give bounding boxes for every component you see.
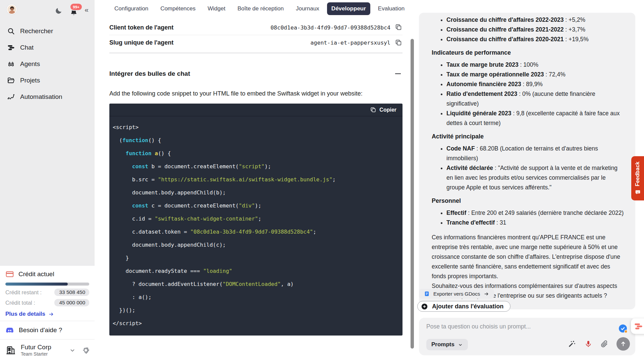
message-list-item: Croissance du chiffre d'affaires 2021-20… (446, 25, 625, 35)
help-label: Besoin d'aide ? (19, 326, 62, 334)
sidebar-item-label: Rechercher (20, 27, 53, 35)
message-list-item: Ratio d'endettement 2023 : 0% (aucune de… (446, 89, 625, 109)
add-to-evaluation-button[interactable]: Ajouter dans l'évaluation (417, 301, 511, 312)
org-switcher[interactable]: Futur Corp Team Starter (0, 340, 95, 362)
sidebar-item-label: Chat (20, 44, 34, 51)
embed-instruction: Add the following code snippet to your H… (109, 90, 402, 97)
message-list-item: Liquidité générale 2023 : 9,8 (excellent… (446, 109, 625, 128)
copy-token-button[interactable] (394, 23, 402, 32)
message-list-item: Activité déclarée : "Activité de support… (446, 163, 625, 192)
agents-icon (7, 60, 15, 68)
export-gdocs-button[interactable]: Exporter vers GDocs (419, 289, 494, 299)
code-line: <script> (113, 121, 399, 134)
code-header: Copier (109, 104, 402, 116)
slug-row: Slug unique de l'agent agent-ia-et-pappe… (109, 35, 402, 50)
message-list-item: Effectif : Entre 200 et 249 salariés (de… (446, 208, 625, 218)
embed-section-title: Intégrer des bulles de chat (109, 70, 190, 77)
paperclip-icon[interactable] (600, 340, 608, 348)
code-line: } (113, 251, 399, 264)
code-snippet-block: Copier <script> (function() { function a… (109, 104, 402, 336)
send-button[interactable] (616, 337, 630, 351)
prompt-input[interactable] (426, 323, 584, 330)
magic-wand-icon[interactable] (568, 340, 576, 348)
message-list: Code NAF : 68.20B (Location de terrains … (432, 144, 625, 192)
message-list-item: Code NAF : 68.20B (Location de terrains … (446, 144, 625, 163)
sidebar-item-label: Projets (20, 77, 40, 84)
microphone-icon[interactable] (584, 340, 592, 348)
message-list-item: Autonomie financière 2023 : 89,9% (446, 79, 625, 89)
chat-icon (7, 44, 15, 52)
collapse-sidebar-button[interactable]: « (83, 6, 91, 14)
sidebar-item-label: Automatisation (20, 93, 62, 101)
sidebar-item-rechercher[interactable]: Rechercher (0, 23, 95, 39)
message-list-item: Taux de marge brute 2023 : 100% (446, 60, 625, 70)
code-line: b.src = "https://static.swiftask.ai/swif… (113, 173, 399, 186)
message-heading: Indicateurs de performance (432, 49, 625, 56)
sidebar-bottom-card: Crédit actuel Crédit restant : 33 508 45… (0, 266, 95, 362)
feedback-smiley-icon (635, 189, 641, 195)
tab-evaluation[interactable]: Evaluation (374, 2, 409, 15)
sidebar-item-projets[interactable]: Projets (0, 72, 95, 88)
sidebar-item-agents[interactable]: Agents (0, 56, 95, 72)
sidebar: 99+ « RechercherChatAgentsProjetsAutomat… (0, 0, 95, 362)
arrow-up-icon (620, 340, 627, 348)
sidebar-item-label: Agents (20, 60, 40, 68)
dark-mode-moon-icon[interactable] (55, 7, 63, 15)
message-heading: Personnel (432, 197, 625, 204)
message-list: Taux de marge brute 2023 : 100%Taux de m… (432, 60, 625, 128)
message-list-item: Croissance du chiffre d'affaires 2020-20… (446, 35, 625, 44)
ai-check-badge-icon[interactable] (618, 324, 628, 334)
client-token-value: 08c0d1ea-3b3d-4fd9-9dd7-09388d528bc4 (270, 24, 390, 31)
code-line: (function() { (113, 134, 399, 147)
code-line: })(); (113, 304, 399, 317)
code-line: c.dataset.token = "08c0d1ea-3b3d-4fd9-9d… (113, 225, 399, 238)
message-list: Effectif : Entre 200 et 249 salariés (de… (432, 208, 625, 228)
slug-value: agent-ia-et-pappersxusyl (311, 40, 390, 46)
message-list-item: Taux de marge opérationnelle 2023 : 72,4… (446, 70, 625, 79)
tab-widget[interactable]: Widget (203, 2, 230, 15)
copy-icon (370, 107, 376, 113)
search-icon (7, 27, 15, 35)
code-line: document.readyState === "loading" (113, 264, 399, 278)
message-list: Croissance du chiffre d'affaires 2022-20… (432, 15, 625, 44)
sidebar-top: 99+ « (0, 0, 95, 21)
code-line: c.id = "swiftask-chat-widget-container"; (113, 212, 399, 225)
slug-label: Slug unique de l'agent (109, 39, 173, 46)
tab-developpeur[interactable]: Développeur (327, 2, 370, 15)
divider (109, 53, 402, 53)
tab-configuration[interactable]: Configuration (110, 2, 153, 15)
gear-icon[interactable] (82, 346, 90, 354)
credit-details-link[interactable]: Plus de details (5, 311, 54, 317)
scrollbar-thumb[interactable] (411, 39, 414, 349)
feedback-tab[interactable]: Feedback (631, 156, 644, 200)
code-body: <script> (function() { function a() { co… (109, 116, 402, 336)
credit-card-icon (5, 270, 14, 279)
code-line: function a() { (113, 147, 399, 160)
sidebar-item-chat[interactable]: Chat (0, 39, 95, 56)
user-avatar[interactable] (7, 4, 17, 14)
tab-journaux[interactable]: Journaux (291, 2, 324, 15)
credit-section: Crédit actuel Crédit restant : 33 508 45… (0, 270, 95, 321)
code-line: const b = document.createElement("script… (113, 160, 399, 173)
arrow-right-icon (48, 311, 54, 317)
credit-remaining-value: 33 508 450 (54, 289, 89, 296)
prompts-dropdown[interactable]: Prompts (426, 339, 468, 350)
automation-icon (7, 93, 15, 101)
message-heading: Activité principale (432, 133, 625, 140)
credit-progress-fill (5, 283, 68, 286)
sidebar-nav: RechercherChatAgentsProjetsAutomatisatio… (0, 23, 95, 105)
credit-remaining-label: Crédit restant : (5, 289, 42, 296)
chevron-down-icon[interactable] (69, 347, 76, 354)
assistant-message: Croissance du chiffre d'affaires 2022-20… (419, 13, 635, 309)
collapse-section-button[interactable] (394, 69, 402, 78)
tab-competences[interactable]: Compétences (156, 2, 200, 15)
copy-code-button[interactable]: Copier (370, 107, 396, 113)
tab-boite-de-reception[interactable]: Boîte de réception (233, 2, 288, 15)
developer-panel: Client token de l'agent 08c0d1ea-3b3d-4f… (95, 17, 410, 362)
message-list-item: Tranche d'effectif : 31 (446, 218, 625, 228)
plus-circle-icon (421, 303, 428, 310)
help-link[interactable]: Besoin d'aide ? (0, 321, 95, 339)
sidebar-item-automatisation[interactable]: Automatisation (0, 88, 95, 105)
copy-slug-button[interactable] (394, 39, 402, 47)
swiftask-logo[interactable] (631, 318, 644, 334)
